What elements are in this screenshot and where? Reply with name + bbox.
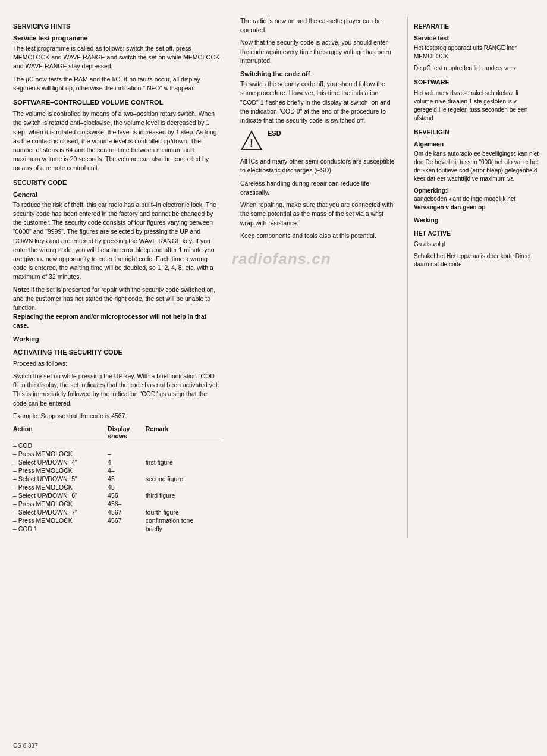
note-bold: Replacing the eeprom and/or microprocess… bbox=[13, 313, 206, 329]
example-text: Example: Suppose that the code is 4567. bbox=[13, 412, 221, 421]
reparatie-heading: REPARATIE bbox=[414, 23, 540, 30]
right-software-p: Het volume v draaischakel schakelaar li … bbox=[414, 89, 540, 123]
esd-p1: All ICs and many other semi-conductors a… bbox=[240, 157, 398, 175]
table-cell-remark: briefly bbox=[146, 525, 221, 533]
table-cell-remark bbox=[146, 500, 221, 508]
table-row: – Press MEMOLOCK– bbox=[13, 450, 221, 458]
table-cell-display: 456– bbox=[108, 500, 146, 508]
right-ga-als-volgt: Ga als volgt bbox=[414, 240, 540, 249]
right-beveiliging-heading: BEVEILIGIN bbox=[414, 128, 540, 136]
security-code-section: SECURITY CODE General To reduce the risk… bbox=[13, 179, 221, 343]
general-heading: General bbox=[13, 191, 221, 198]
table-cell-action: – Select UP/DOWN "7" bbox=[13, 508, 108, 516]
servicing-hints-heading: SERVICING HINTS bbox=[13, 23, 221, 30]
table-cell-action: – Press MEMOLOCK bbox=[13, 450, 108, 458]
table-cell-display bbox=[108, 441, 146, 450]
table-cell-remark bbox=[146, 483, 221, 491]
right-vervangen: Vervangen v dan geen op bbox=[414, 204, 486, 211]
table-row: – COD bbox=[13, 441, 221, 450]
mid-column: The radio is now on and the cassette pla… bbox=[232, 17, 407, 538]
table-cell-display: 456 bbox=[108, 491, 146, 500]
table-row: – Press MEMOLOCK4567confirmation tone bbox=[13, 516, 221, 525]
esd-icon: ! bbox=[240, 130, 263, 153]
right-opmerking: Opmerking:I aangeboden klant de inge mog… bbox=[414, 187, 540, 212]
right-service-test-p: Het testprog apparaat uits RANGE indr ME… bbox=[414, 44, 540, 61]
right-werking-heading: Werking bbox=[414, 217, 540, 224]
table-cell-action: – Select UP/DOWN "6" bbox=[13, 491, 108, 500]
table-cell-action: – Select UP/DOWN "5" bbox=[13, 475, 108, 483]
table-cell-action: – COD 1 bbox=[13, 525, 108, 533]
table-cell-remark: fourth figure bbox=[146, 508, 221, 516]
table-row: – COD 1briefly bbox=[13, 525, 221, 533]
table-cell-display: 45 bbox=[108, 475, 146, 483]
table-row: – Select UP/DOWN "5"45second figure bbox=[13, 475, 221, 483]
svg-text:!: ! bbox=[250, 137, 253, 149]
table-cell-display: 4 bbox=[108, 458, 146, 466]
right-algemeen-heading: Algemeen bbox=[414, 140, 540, 148]
table-cell-display: 4567 bbox=[108, 516, 146, 525]
col-action-header: Action bbox=[13, 424, 108, 441]
table-cell-remark bbox=[146, 441, 221, 450]
software-heading: SOFTWARE–CONTROLLED VOLUME CONTROL bbox=[13, 99, 221, 106]
mid-top-section: The radio is now on and the cassette pla… bbox=[240, 17, 398, 125]
table-row: – Press MEMOLOCK456– bbox=[13, 500, 221, 508]
general-p1: To reduce the risk of theft, this car ra… bbox=[13, 200, 221, 282]
page: radiofans.cn SERVICING HINTS Service tes… bbox=[0, 0, 547, 756]
esd-p4: Keep components and tools also at this p… bbox=[240, 231, 398, 240]
note-label: Note: bbox=[13, 286, 29, 293]
right-opmerking-heading: Opmerking:I bbox=[414, 187, 449, 194]
table-cell-remark: confirmation tone bbox=[146, 516, 221, 525]
table-row: – Select UP/DOWN "4"4first figure bbox=[13, 458, 221, 466]
esd-p3: When repairing, make sure that you are c… bbox=[240, 200, 398, 228]
table-cell-display bbox=[108, 525, 146, 533]
working-heading: Working bbox=[13, 335, 221, 343]
esd-heading: ESD bbox=[268, 130, 281, 137]
note-paragraph: Note: If the set is presented for repair… bbox=[13, 286, 221, 331]
esd-p2: Careless handling during repair can redu… bbox=[240, 179, 398, 197]
action-table: Action Display shows Remark – COD– Press… bbox=[13, 424, 221, 533]
table-cell-remark bbox=[146, 466, 221, 475]
software-section: SOFTWARE–CONTROLLED VOLUME CONTROL The v… bbox=[13, 99, 221, 173]
switching-off-heading: Switching the code off bbox=[240, 70, 398, 77]
servicing-hints-section: SERVICING HINTS Service test programme T… bbox=[13, 23, 221, 93]
left-column: SERVICING HINTS Service test programme T… bbox=[0, 17, 232, 538]
activate-p1: Switch the set on while pressing the UP … bbox=[13, 372, 221, 408]
table-cell-display: 45– bbox=[108, 483, 146, 491]
activating-section: ACTIVATING THE SECURITY CODE Proceed as … bbox=[13, 349, 221, 533]
security-active-p: Now that the security code is active, yo… bbox=[240, 38, 398, 65]
table-cell-display: 4– bbox=[108, 466, 146, 475]
right-opmerking-p: aangeboden klant de inge mogelijk het bbox=[414, 196, 515, 202]
table-cell-remark: third figure bbox=[146, 491, 221, 500]
right-algemeen-p: Om de kans autoradio ee beveiligingsc ka… bbox=[414, 150, 540, 183]
esd-triangle-icon: ! bbox=[240, 130, 263, 152]
col-remark-header: Remark bbox=[146, 424, 221, 441]
page-title: CS 8 337 bbox=[13, 742, 38, 749]
service-test-p2: The µC now tests the RAM and the I/O. If… bbox=[13, 75, 221, 93]
security-code-heading: SECURITY CODE bbox=[13, 179, 221, 186]
table-cell-action: – Press MEMOLOCK bbox=[13, 500, 108, 508]
table-cell-remark: second figure bbox=[146, 475, 221, 483]
table-cell-action: – COD bbox=[13, 441, 108, 450]
table-row: – Select UP/DOWN "6"456third figure bbox=[13, 491, 221, 500]
proceed-text: Proceed as follows: bbox=[13, 359, 221, 368]
service-test-p1: The test programme is called as follows:… bbox=[13, 44, 221, 71]
right-column: REPARATIE Service test Het testprog appa… bbox=[407, 17, 547, 538]
right-service-test-heading: Service test bbox=[414, 34, 540, 42]
right-software-heading: SOFTWARE bbox=[414, 79, 540, 86]
table-cell-action: – Press MEMOLOCK bbox=[13, 466, 108, 475]
right-schakel-p: Schakel het Het apparaa is door korte Di… bbox=[414, 252, 540, 269]
footer: CS 8 337 bbox=[13, 742, 38, 749]
right-het-active-heading: HET ACTIVE bbox=[414, 230, 540, 237]
note-text: If the set is presented for repair with … bbox=[13, 286, 215, 311]
activating-heading: ACTIVATING THE SECURITY CODE bbox=[13, 349, 221, 356]
table-cell-display: 4567 bbox=[108, 508, 146, 516]
switching-off-p: To switch the security code off, you sho… bbox=[240, 80, 398, 125]
right-uc-test-p: De µC test n optreden lich anders vers bbox=[414, 64, 540, 73]
table-cell-action: – Select UP/DOWN "4" bbox=[13, 458, 108, 466]
radio-on-p: The radio is now on and the cassette pla… bbox=[240, 17, 398, 34]
table-cell-display: – bbox=[108, 450, 146, 458]
table-row: – Select UP/DOWN "7"4567fourth figure bbox=[13, 508, 221, 516]
col-display-header: Display shows bbox=[108, 424, 146, 441]
table-cell-remark bbox=[146, 450, 221, 458]
table-row: – Press MEMOLOCK45– bbox=[13, 483, 221, 491]
